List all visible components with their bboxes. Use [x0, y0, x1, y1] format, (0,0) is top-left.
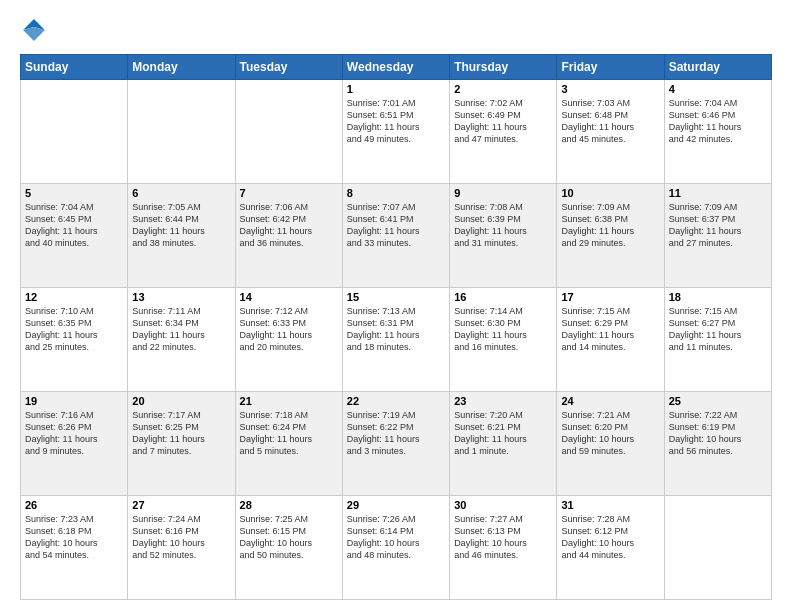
day-number: 21 [240, 395, 338, 407]
calendar-week-row: 26Sunrise: 7:23 AM Sunset: 6:18 PM Dayli… [21, 496, 772, 600]
day-info: Sunrise: 7:06 AM Sunset: 6:42 PM Dayligh… [240, 201, 338, 250]
day-info: Sunrise: 7:12 AM Sunset: 6:33 PM Dayligh… [240, 305, 338, 354]
day-number: 22 [347, 395, 445, 407]
calendar-cell: 22Sunrise: 7:19 AM Sunset: 6:22 PM Dayli… [342, 392, 449, 496]
day-info: Sunrise: 7:14 AM Sunset: 6:30 PM Dayligh… [454, 305, 552, 354]
calendar-cell: 21Sunrise: 7:18 AM Sunset: 6:24 PM Dayli… [235, 392, 342, 496]
day-info: Sunrise: 7:04 AM Sunset: 6:45 PM Dayligh… [25, 201, 123, 250]
calendar-cell [235, 80, 342, 184]
day-number: 19 [25, 395, 123, 407]
day-header-saturday: Saturday [664, 55, 771, 80]
calendar-cell: 17Sunrise: 7:15 AM Sunset: 6:29 PM Dayli… [557, 288, 664, 392]
calendar-cell [21, 80, 128, 184]
calendar-cell: 18Sunrise: 7:15 AM Sunset: 6:27 PM Dayli… [664, 288, 771, 392]
day-info: Sunrise: 7:08 AM Sunset: 6:39 PM Dayligh… [454, 201, 552, 250]
day-info: Sunrise: 7:21 AM Sunset: 6:20 PM Dayligh… [561, 409, 659, 458]
calendar-cell: 26Sunrise: 7:23 AM Sunset: 6:18 PM Dayli… [21, 496, 128, 600]
day-info: Sunrise: 7:03 AM Sunset: 6:48 PM Dayligh… [561, 97, 659, 146]
day-header-thursday: Thursday [450, 55, 557, 80]
day-number: 30 [454, 499, 552, 511]
day-number: 2 [454, 83, 552, 95]
calendar-cell: 7Sunrise: 7:06 AM Sunset: 6:42 PM Daylig… [235, 184, 342, 288]
day-number: 31 [561, 499, 659, 511]
calendar-cell: 9Sunrise: 7:08 AM Sunset: 6:39 PM Daylig… [450, 184, 557, 288]
day-number: 7 [240, 187, 338, 199]
header [20, 16, 772, 44]
calendar-cell: 10Sunrise: 7:09 AM Sunset: 6:38 PM Dayli… [557, 184, 664, 288]
day-header-monday: Monday [128, 55, 235, 80]
day-info: Sunrise: 7:23 AM Sunset: 6:18 PM Dayligh… [25, 513, 123, 562]
day-info: Sunrise: 7:15 AM Sunset: 6:29 PM Dayligh… [561, 305, 659, 354]
day-info: Sunrise: 7:09 AM Sunset: 6:37 PM Dayligh… [669, 201, 767, 250]
day-number: 29 [347, 499, 445, 511]
day-number: 26 [25, 499, 123, 511]
day-header-tuesday: Tuesday [235, 55, 342, 80]
day-number: 10 [561, 187, 659, 199]
calendar-week-row: 12Sunrise: 7:10 AM Sunset: 6:35 PM Dayli… [21, 288, 772, 392]
day-header-wednesday: Wednesday [342, 55, 449, 80]
calendar-cell: 14Sunrise: 7:12 AM Sunset: 6:33 PM Dayli… [235, 288, 342, 392]
day-number: 4 [669, 83, 767, 95]
day-number: 17 [561, 291, 659, 303]
day-number: 14 [240, 291, 338, 303]
day-info: Sunrise: 7:27 AM Sunset: 6:13 PM Dayligh… [454, 513, 552, 562]
calendar-cell: 31Sunrise: 7:28 AM Sunset: 6:12 PM Dayli… [557, 496, 664, 600]
day-info: Sunrise: 7:20 AM Sunset: 6:21 PM Dayligh… [454, 409, 552, 458]
day-number: 15 [347, 291, 445, 303]
calendar-cell: 12Sunrise: 7:10 AM Sunset: 6:35 PM Dayli… [21, 288, 128, 392]
day-number: 20 [132, 395, 230, 407]
calendar-cell [664, 496, 771, 600]
calendar-cell: 19Sunrise: 7:16 AM Sunset: 6:26 PM Dayli… [21, 392, 128, 496]
day-info: Sunrise: 7:09 AM Sunset: 6:38 PM Dayligh… [561, 201, 659, 250]
calendar-cell: 5Sunrise: 7:04 AM Sunset: 6:45 PM Daylig… [21, 184, 128, 288]
day-info: Sunrise: 7:05 AM Sunset: 6:44 PM Dayligh… [132, 201, 230, 250]
day-number: 1 [347, 83, 445, 95]
day-number: 23 [454, 395, 552, 407]
day-info: Sunrise: 7:10 AM Sunset: 6:35 PM Dayligh… [25, 305, 123, 354]
calendar-cell: 24Sunrise: 7:21 AM Sunset: 6:20 PM Dayli… [557, 392, 664, 496]
calendar-cell: 29Sunrise: 7:26 AM Sunset: 6:14 PM Dayli… [342, 496, 449, 600]
calendar-cell: 16Sunrise: 7:14 AM Sunset: 6:30 PM Dayli… [450, 288, 557, 392]
calendar-cell: 30Sunrise: 7:27 AM Sunset: 6:13 PM Dayli… [450, 496, 557, 600]
calendar-cell: 1Sunrise: 7:01 AM Sunset: 6:51 PM Daylig… [342, 80, 449, 184]
logo-icon [20, 16, 48, 44]
day-info: Sunrise: 7:26 AM Sunset: 6:14 PM Dayligh… [347, 513, 445, 562]
calendar-table: SundayMondayTuesdayWednesdayThursdayFrid… [20, 54, 772, 600]
calendar-cell: 3Sunrise: 7:03 AM Sunset: 6:48 PM Daylig… [557, 80, 664, 184]
day-info: Sunrise: 7:11 AM Sunset: 6:34 PM Dayligh… [132, 305, 230, 354]
calendar-cell: 4Sunrise: 7:04 AM Sunset: 6:46 PM Daylig… [664, 80, 771, 184]
day-number: 11 [669, 187, 767, 199]
calendar-cell: 28Sunrise: 7:25 AM Sunset: 6:15 PM Dayli… [235, 496, 342, 600]
calendar-header-row: SundayMondayTuesdayWednesdayThursdayFrid… [21, 55, 772, 80]
day-info: Sunrise: 7:07 AM Sunset: 6:41 PM Dayligh… [347, 201, 445, 250]
calendar-cell: 8Sunrise: 7:07 AM Sunset: 6:41 PM Daylig… [342, 184, 449, 288]
calendar-cell: 20Sunrise: 7:17 AM Sunset: 6:25 PM Dayli… [128, 392, 235, 496]
calendar-cell: 13Sunrise: 7:11 AM Sunset: 6:34 PM Dayli… [128, 288, 235, 392]
calendar-week-row: 1Sunrise: 7:01 AM Sunset: 6:51 PM Daylig… [21, 80, 772, 184]
logo [20, 16, 52, 44]
day-info: Sunrise: 7:01 AM Sunset: 6:51 PM Dayligh… [347, 97, 445, 146]
day-info: Sunrise: 7:25 AM Sunset: 6:15 PM Dayligh… [240, 513, 338, 562]
day-number: 25 [669, 395, 767, 407]
page: SundayMondayTuesdayWednesdayThursdayFrid… [0, 0, 792, 612]
calendar-cell: 27Sunrise: 7:24 AM Sunset: 6:16 PM Dayli… [128, 496, 235, 600]
day-number: 24 [561, 395, 659, 407]
day-info: Sunrise: 7:02 AM Sunset: 6:49 PM Dayligh… [454, 97, 552, 146]
day-number: 13 [132, 291, 230, 303]
day-info: Sunrise: 7:16 AM Sunset: 6:26 PM Dayligh… [25, 409, 123, 458]
day-number: 18 [669, 291, 767, 303]
day-number: 27 [132, 499, 230, 511]
day-number: 16 [454, 291, 552, 303]
day-info: Sunrise: 7:28 AM Sunset: 6:12 PM Dayligh… [561, 513, 659, 562]
day-number: 6 [132, 187, 230, 199]
day-number: 12 [25, 291, 123, 303]
day-info: Sunrise: 7:13 AM Sunset: 6:31 PM Dayligh… [347, 305, 445, 354]
calendar-week-row: 5Sunrise: 7:04 AM Sunset: 6:45 PM Daylig… [21, 184, 772, 288]
day-info: Sunrise: 7:15 AM Sunset: 6:27 PM Dayligh… [669, 305, 767, 354]
day-info: Sunrise: 7:24 AM Sunset: 6:16 PM Dayligh… [132, 513, 230, 562]
day-header-sunday: Sunday [21, 55, 128, 80]
day-number: 5 [25, 187, 123, 199]
day-header-friday: Friday [557, 55, 664, 80]
day-number: 9 [454, 187, 552, 199]
calendar-cell: 15Sunrise: 7:13 AM Sunset: 6:31 PM Dayli… [342, 288, 449, 392]
